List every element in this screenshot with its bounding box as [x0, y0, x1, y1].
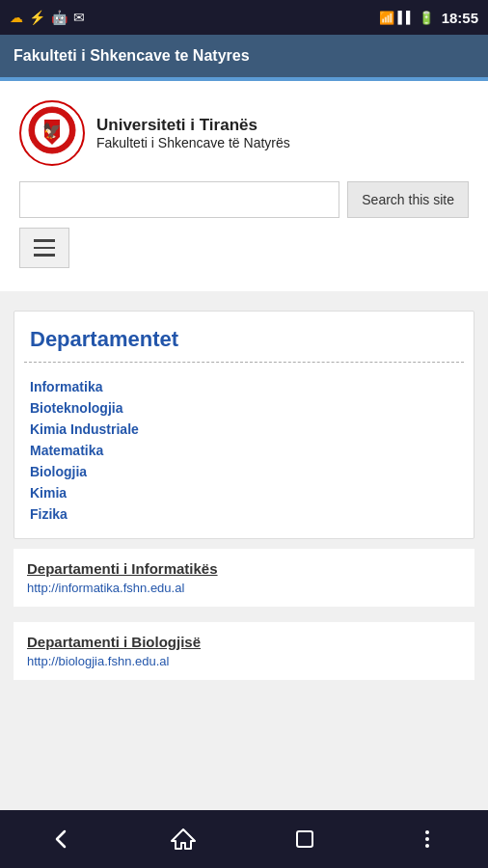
- gap-section: [0, 291, 488, 301]
- list-item[interactable]: Matematika: [30, 440, 458, 461]
- gap2: [0, 609, 488, 622]
- departamentet-card: Departamentet Informatika Bioteknologjia…: [14, 311, 474, 539]
- dept-url-informatika[interactable]: http://informatika.fshn.edu.al: [27, 581, 461, 595]
- svg-point-5: [425, 830, 429, 834]
- dept-link-group-informatika: Departamenti i Informatikës http://infor…: [14, 549, 474, 607]
- svg-text:🦅: 🦅: [42, 122, 62, 140]
- title-bar: Fakulteti i Shkencave te Natyres: [0, 35, 488, 77]
- android-icon: 🤖: [51, 10, 68, 25]
- dept-divider: [24, 362, 464, 363]
- status-time: 18:55: [442, 10, 478, 26]
- search-input[interactable]: [19, 181, 339, 218]
- list-item[interactable]: Informatika: [30, 376, 458, 397]
- dept-link-title-informatika[interactable]: Departamenti i Informatikës: [27, 560, 461, 577]
- list-item[interactable]: Fizika: [30, 503, 458, 525]
- svg-point-6: [425, 837, 429, 841]
- dept-link-title-biologjia[interactable]: Departamenti i Biologjisë: [27, 634, 461, 650]
- progress-bar-fill: [0, 77, 488, 81]
- logo-inner: 🦅: [28, 106, 76, 160]
- logo-svg: 🦅: [28, 106, 76, 160]
- dept-card-title: Departamentet: [14, 312, 474, 362]
- gmail-icon: ✉: [73, 10, 85, 25]
- list-item[interactable]: Kimia Industriale: [30, 419, 458, 440]
- header-section: 🦅 Universiteti i Tiranës Fakulteti i Shk…: [0, 81, 488, 291]
- status-bar: ☁ ⚡ 🤖 ✉ 📶 ▌▌ 🔋 18:55: [0, 0, 488, 35]
- search-button[interactable]: Search this site: [347, 181, 469, 218]
- progress-bar: [0, 77, 488, 81]
- signal-icon: ▌▌: [398, 11, 415, 24]
- university-name-col: Universiteti i Tiranës Fakulteti i Shken…: [96, 116, 290, 150]
- list-item[interactable]: Kimia: [30, 482, 458, 503]
- page-title: Fakulteti i Shkencave te Natyres: [14, 47, 250, 65]
- university-name-main: Universiteti i Tiranës: [96, 116, 290, 135]
- battery-icon: 🔋: [419, 11, 434, 25]
- more-button[interactable]: [414, 826, 441, 853]
- menu-button[interactable]: [19, 228, 69, 268]
- search-row: Search this site: [19, 181, 469, 218]
- cloud-icon: ☁: [10, 10, 23, 25]
- bottom-spacer: [0, 682, 488, 759]
- usb-icon: ⚡: [29, 10, 45, 25]
- hamburger-icon: [34, 239, 55, 257]
- wifi-icon: 📶: [379, 11, 394, 25]
- university-logo: 🦅: [19, 100, 85, 166]
- status-bar-right: 📶 ▌▌ 🔋 18:55: [379, 10, 478, 26]
- list-item[interactable]: Bioteknologjia: [30, 397, 458, 419]
- dept-link-group-biologjia: Departamenti i Biologjisë http://biologj…: [14, 622, 474, 680]
- recents-button[interactable]: [291, 826, 318, 853]
- status-bar-left: ☁ ⚡ 🤖 ✉: [10, 10, 85, 25]
- list-item[interactable]: Biologjia: [30, 461, 458, 482]
- logo-row: 🦅 Universiteti i Tiranës Fakulteti i Shk…: [19, 100, 469, 166]
- back-button[interactable]: [47, 826, 74, 853]
- bottom-nav: [0, 810, 488, 868]
- svg-marker-3: [172, 829, 195, 849]
- dept-url-biologjia[interactable]: http://biologjia.fshn.edu.al: [27, 654, 461, 668]
- university-name-sub: Fakulteti i Shkencave të Natyrës: [96, 135, 290, 150]
- home-button[interactable]: [170, 826, 197, 853]
- svg-point-7: [425, 844, 429, 848]
- dept-list: Informatika Bioteknologjia Kimia Industr…: [14, 372, 474, 538]
- svg-rect-4: [297, 831, 312, 847]
- scrollable-content[interactable]: 🦅 Universiteti i Tiranës Fakulteti i Shk…: [0, 81, 488, 810]
